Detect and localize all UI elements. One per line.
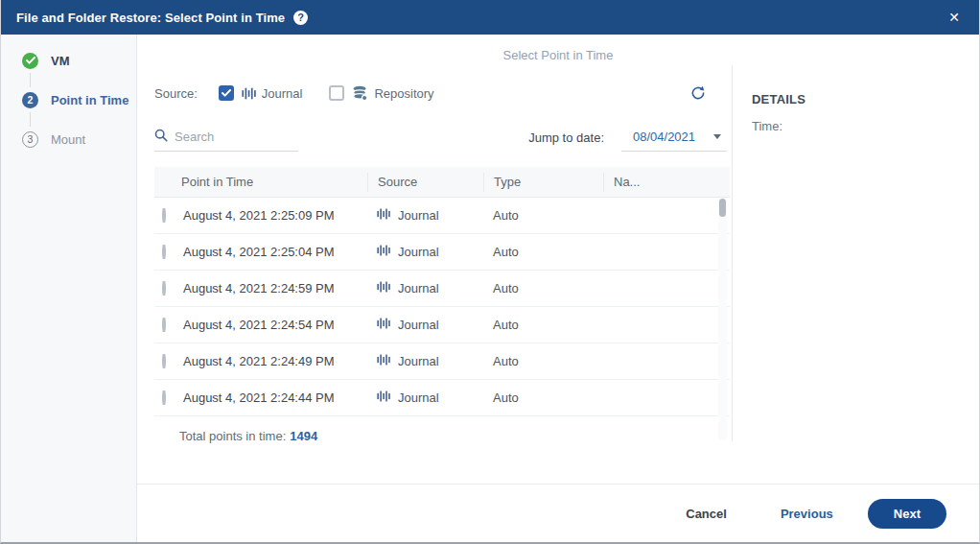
journal-bars-icon [242, 87, 256, 100]
dialog-title: File and Folder Restore: Select Point in… [16, 11, 285, 25]
source-value: Journal [398, 245, 439, 259]
previous-button[interactable]: Previous [781, 507, 833, 521]
journal-bars-icon [377, 208, 390, 223]
dialog-body: VM 2 Point in Time 3 Mount Select Point … [1, 35, 979, 542]
radio-button[interactable] [162, 354, 166, 368]
repository-option-label: Repository [374, 86, 433, 101]
source-value: Journal [398, 281, 439, 296]
repository-source-option[interactable]: Repository [329, 85, 433, 101]
source-label: Source: [154, 86, 198, 101]
search-input[interactable] [175, 130, 285, 144]
type-cell: Auto [483, 318, 603, 332]
header-source[interactable]: Source [367, 173, 483, 192]
content-and-details: Source: [137, 65, 979, 542]
source-cell: Journal [367, 281, 483, 296]
header-type[interactable]: Type [483, 173, 603, 192]
table-row[interactable]: August 4, 2021 2:24:59 PM [154, 271, 730, 307]
point-in-time-cell: August 4, 2021 2:24:59 PM [181, 281, 367, 296]
step-label: Point in Time [51, 93, 128, 107]
search-box [154, 129, 298, 152]
point-in-time-cell: August 4, 2021 2:24:49 PM [181, 354, 367, 368]
journal-checkbox[interactable] [219, 85, 234, 101]
header-point-in-time[interactable]: Point in Time [181, 173, 367, 192]
source-value: Journal [398, 354, 439, 368]
journal-bars-icon [377, 354, 390, 368]
table-row[interactable]: August 4, 2021 2:25:04 PM [154, 234, 730, 271]
journal-bars-icon [377, 281, 390, 296]
content-column: Source: [137, 65, 732, 443]
wizard-steps-sidebar: VM 2 Point in Time 3 Mount [1, 35, 137, 542]
date-select[interactable]: 08/04/2021 [621, 130, 727, 152]
source-cell: Journal [367, 390, 483, 405]
radio-button[interactable] [162, 245, 166, 259]
jump-to-date-group: Jump to date: 08/04/2021 [528, 130, 727, 152]
journal-bars-icon [377, 318, 390, 332]
journal-option-label: Journal [262, 86, 303, 101]
source-filter-row: Source: [154, 79, 732, 107]
table-row[interactable]: August 4, 2021 2:24:54 PM [154, 307, 730, 343]
help-icon[interactable]: ? [293, 11, 308, 25]
header-radio-column [154, 173, 181, 192]
table-scrollbar[interactable] [718, 199, 727, 440]
radio-button[interactable] [162, 318, 166, 332]
close-icon[interactable]: ✕ [945, 9, 964, 26]
journal-bars-icon [377, 245, 390, 259]
journal-source-option[interactable]: Journal [219, 85, 303, 101]
source-cell: Journal [367, 318, 483, 332]
main-panel: Select Point in Time Source: [137, 35, 979, 542]
radio-button[interactable] [162, 281, 166, 296]
point-in-time-cell: August 4, 2021 2:25:04 PM [181, 245, 367, 259]
cancel-button[interactable]: Cancel [686, 507, 727, 521]
details-time-label: Time: [752, 119, 979, 133]
step-mount[interactable]: 3 Mount [22, 130, 136, 148]
table-row[interactable]: August 4, 2021 2:24:49 PM [154, 343, 730, 380]
point-in-time-cell: August 4, 2021 2:24:54 PM [181, 318, 367, 332]
radio-button[interactable] [162, 208, 166, 223]
step-number-badge: 3 [22, 131, 38, 148]
points-table: Point in Time Source Type Na... August 4… [154, 167, 730, 416]
repository-database-icon [352, 85, 368, 101]
step-connector [30, 73, 31, 87]
search-icon [154, 129, 168, 145]
scrollbar-thumb[interactable] [719, 199, 726, 217]
step-label: Mount [51, 132, 85, 147]
dialog-footer: Cancel Previous Next [137, 484, 979, 542]
source-value: Journal [398, 208, 439, 223]
total-points-row: Total points in time:1494 [154, 429, 732, 443]
source-cell: Journal [367, 208, 483, 223]
total-points-label: Total points in time: [179, 429, 286, 443]
radio-button[interactable] [162, 390, 166, 405]
source-cell: Journal [367, 245, 483, 259]
table-row[interactable]: August 4, 2021 2:24:44 PM [154, 380, 730, 416]
table-body: August 4, 2021 2:25:09 PM [154, 198, 730, 416]
date-value: 08/04/2021 [633, 130, 695, 144]
type-cell: Auto [483, 390, 603, 405]
repository-checkbox[interactable] [329, 85, 344, 101]
filter-row: Jump to date: 08/04/2021 [154, 115, 732, 152]
file-folder-restore-dialog: File and Folder Restore: Select Point in… [0, 0, 980, 544]
panel-heading: Select Point in Time [137, 48, 979, 65]
step-point-in-time[interactable]: 2 Point in Time [22, 91, 136, 108]
step-label: VM [51, 54, 70, 68]
table-row[interactable]: August 4, 2021 2:25:09 PM [154, 198, 730, 234]
type-cell: Auto [483, 354, 603, 368]
step-complete-check-icon [22, 53, 38, 69]
details-heading: DETAILS [752, 92, 979, 106]
type-cell: Auto [483, 245, 603, 259]
chevron-down-icon [713, 134, 721, 139]
dialog-titlebar: File and Folder Restore: Select Point in… [1, 0, 979, 35]
step-connector [30, 112, 31, 127]
journal-bars-icon [377, 390, 390, 405]
step-vm[interactable]: VM [22, 52, 136, 69]
header-name[interactable]: Na... [603, 173, 730, 192]
type-cell: Auto [483, 281, 603, 296]
next-button[interactable]: Next [868, 499, 946, 529]
refresh-icon[interactable] [689, 84, 707, 102]
step-number-badge: 2 [22, 92, 38, 108]
source-value: Journal [398, 390, 439, 405]
source-value: Journal [398, 318, 439, 332]
point-in-time-cell: August 4, 2021 2:25:09 PM [181, 208, 367, 223]
total-points-value: 1494 [290, 429, 317, 443]
jump-to-date-label: Jump to date: [528, 130, 604, 152]
details-panel: DETAILS Time: [732, 65, 979, 441]
